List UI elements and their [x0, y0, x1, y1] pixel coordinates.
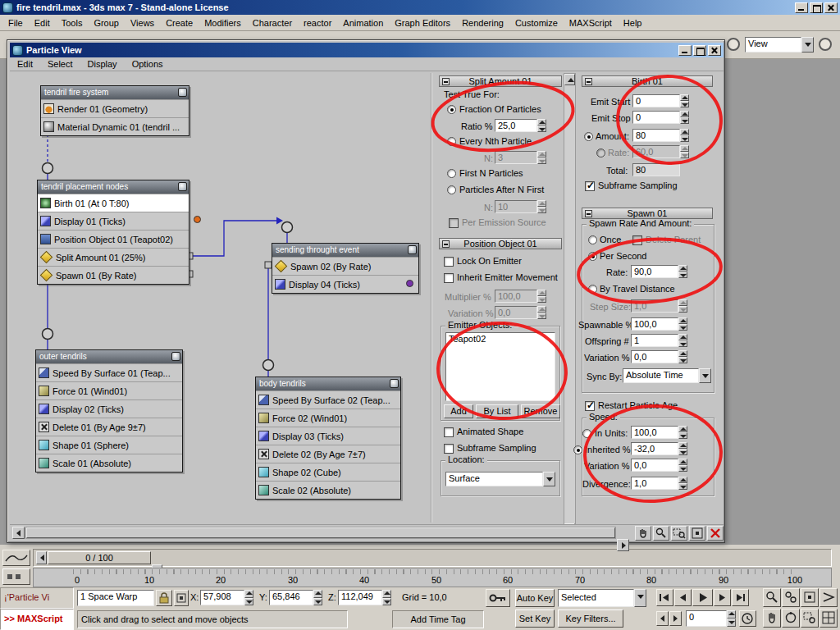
chevron-down-icon[interactable] [801, 37, 814, 52]
sync-by-combo[interactable]: Absolute Time [623, 368, 711, 383]
node-header[interactable]: outer tendrils [36, 350, 182, 363]
first-n-radio[interactable] [447, 169, 456, 178]
spinner-arrows[interactable] [678, 317, 687, 331]
by-travel-radio[interactable] [588, 285, 597, 294]
maxscript-listener-line1[interactable]: ¡'Particle Vi [0, 587, 74, 609]
collapse-icon[interactable] [585, 210, 592, 217]
menu-group[interactable]: Group [88, 18, 125, 28]
spinner-arrows[interactable] [678, 350, 687, 363]
go-to-end-button[interactable] [732, 589, 749, 606]
inherited-radio[interactable] [573, 445, 582, 454]
node-sending-throught-event[interactable]: sending throught event Spawn 02 (By Rate… [272, 243, 419, 294]
track-bar-ruler[interactable]: 0 10 20 30 40 50 60 70 80 90 100 [33, 568, 832, 587]
node-outer-tendrils[interactable]: outer tendrils Speed By Surface 01 (Teap… [35, 349, 183, 472]
in-units-spinner[interactable]: 100,0 [631, 426, 687, 439]
node-item[interactable]: Shape 02 (Cube) [256, 463, 400, 481]
rollout-spawn[interactable]: Spawn 01 [582, 208, 713, 219]
pv-menu-options[interactable]: Options [125, 57, 171, 71]
selection-lock-button[interactable] [156, 590, 172, 606]
menu-maxscript[interactable]: MAXScript [564, 18, 618, 28]
pan-tool-button[interactable] [635, 526, 651, 541]
rollout-position-object[interactable]: Position Object 01 [439, 238, 562, 249]
show-keys-toggle-button[interactable] [2, 568, 30, 585]
collapse-icon[interactable] [442, 240, 450, 248]
pv-horizontal-scrollbar[interactable] [25, 527, 616, 539]
key-filters-button[interactable]: Key Filters... [558, 609, 623, 628]
node-item[interactable]: Display 01 (Ticks) [38, 212, 189, 230]
pv-menu-edit[interactable]: Edit [10, 57, 40, 71]
spinner-arrows[interactable] [678, 299, 687, 313]
node-item-selected[interactable]: Birth 01 (At 0 T:80) [38, 194, 189, 212]
node-item[interactable]: Display 03 (Ticks) [256, 427, 400, 445]
set-keys-button[interactable] [486, 589, 510, 607]
by-list-button[interactable]: By List [476, 404, 518, 418]
maxscript-listener-line2[interactable]: >> MAXScript [0, 609, 74, 630]
spinner-arrows[interactable] [537, 200, 546, 213]
open-mini-curve-editor-button[interactable] [2, 550, 30, 566]
play-button[interactable] [692, 589, 713, 606]
spinner-arrows[interactable] [678, 459, 687, 472]
emitter-objects-list[interactable]: Teapot02 [445, 332, 555, 401]
spinner-arrows[interactable] [680, 94, 689, 107]
spinner-arrows[interactable] [537, 306, 546, 319]
no-zoom-button[interactable] [707, 526, 724, 541]
spinner-arrows[interactable] [537, 290, 546, 303]
spinner-arrows[interactable] [313, 590, 322, 605]
amount-spinner[interactable]: 80 [632, 129, 689, 142]
node-body-tendrils[interactable]: body tendrils Speed By Surface 02 (Teap.… [255, 377, 401, 500]
menu-modifiers[interactable]: Modifiers [199, 18, 247, 28]
time-slider-track[interactable]: 0 / 100 [33, 549, 832, 567]
current-frame-spinner[interactable]: 0 [686, 610, 736, 627]
pv-maximize-button[interactable] [693, 45, 706, 56]
fraction-radio[interactable] [447, 105, 456, 114]
panel-divider[interactable] [431, 73, 432, 523]
spinner-arrows[interactable] [678, 442, 687, 455]
menu-rendering[interactable]: Rendering [456, 18, 509, 28]
selected-filter-value[interactable]: Selected [558, 589, 634, 607]
node-item[interactable]: Delete 01 (By Age 9±7) [36, 418, 182, 436]
divergence-spinner[interactable]: 1,0 [631, 477, 687, 490]
next-frame-button[interactable] [714, 589, 731, 606]
spinner-arrows[interactable] [537, 151, 546, 164]
spawn-rate-spinner[interactable]: 90,0 [631, 265, 687, 278]
pv-close-button[interactable] [708, 45, 721, 56]
node-tendril-fire-system[interactable]: tendril fire system Render 01 (Geometry)… [40, 85, 189, 136]
close-button[interactable] [824, 2, 838, 13]
pv-vertical-scrollbar[interactable] [564, 73, 576, 524]
spinner-arrows[interactable] [382, 590, 391, 605]
event-connector-circle[interactable] [263, 360, 274, 371]
node-item[interactable]: Delete 02 (By Age 7±7) [256, 445, 400, 463]
node-item[interactable]: Speed By Surface 02 (Teap... [256, 390, 400, 409]
rollout-birth[interactable]: Birth 01 [582, 75, 713, 87]
node-tendril-placement[interactable]: tendril placement nodes Birth 01 (At 0 T… [37, 180, 189, 285]
menu-animation[interactable]: Animation [337, 18, 389, 28]
scrollbar-thumb[interactable] [26, 527, 615, 538]
once-radio[interactable] [588, 235, 597, 244]
delete-parent-checkbox[interactable] [632, 235, 642, 245]
previous-frame-icon[interactable] [36, 551, 47, 564]
spinner-arrows[interactable] [678, 265, 687, 278]
min-max-toggle-button[interactable] [819, 609, 838, 628]
scroll-up-icon[interactable] [564, 74, 575, 85]
sync-by-value[interactable]: Absolute Time [623, 368, 699, 383]
per-emission-checkbox[interactable] [449, 218, 459, 228]
menu-help[interactable]: Help [618, 18, 648, 28]
collapse-icon[interactable] [442, 78, 450, 85]
node-item[interactable]: Display 02 (Ticks) [36, 399, 182, 418]
menu-reactor[interactable]: reactor [298, 18, 337, 28]
node-header[interactable]: tendril fire system [41, 86, 189, 99]
spinner-arrows[interactable] [678, 334, 687, 347]
node-item[interactable]: Speed By Surface 01 (Teap... [36, 363, 182, 381]
minimize-button[interactable] [795, 2, 808, 13]
lock-on-emitter-checkbox[interactable] [444, 257, 454, 267]
chevron-down-icon[interactable] [699, 368, 711, 383]
spinner-arrows[interactable] [678, 477, 687, 490]
offspring-spinner[interactable]: 1 [631, 334, 687, 347]
scroll-right-icon[interactable] [617, 539, 629, 551]
go-to-start-button[interactable] [656, 589, 673, 606]
select-and-manipulate-icon[interactable] [727, 38, 740, 51]
emit-stop-spinner[interactable]: 0 [632, 111, 689, 124]
key-mode-next-button[interactable] [669, 611, 682, 626]
node-header[interactable]: sending throught event [272, 244, 418, 257]
menu-character[interactable]: Character [247, 18, 298, 28]
